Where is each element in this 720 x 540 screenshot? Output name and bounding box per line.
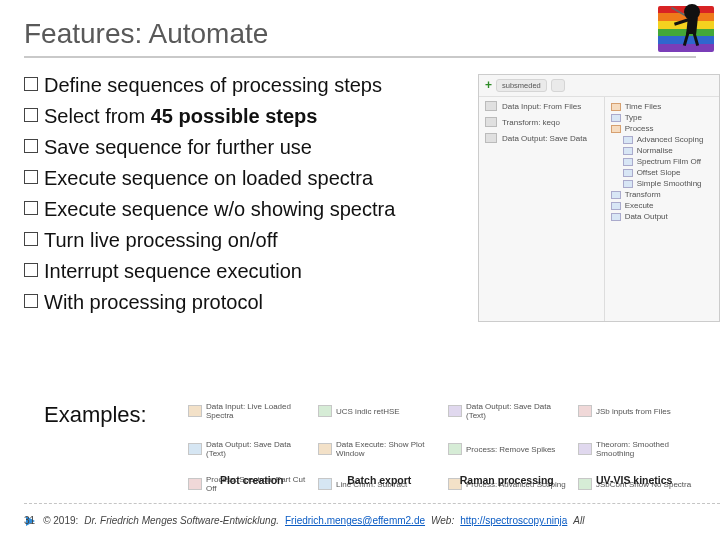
checkbox-icon [24, 108, 38, 122]
tab-chip: subsmeded [496, 79, 547, 92]
checkbox-icon [24, 139, 38, 153]
sequence-steps-pane: Data Input: From Files Transform: keqo D… [479, 97, 604, 321]
item-icon [623, 147, 633, 155]
bullet-text: Execute sequence w/o showing spectra [44, 194, 395, 225]
item-icon [623, 180, 633, 188]
item-icon [623, 169, 633, 177]
bullet-text: Select from 45 possible steps [44, 101, 317, 132]
bullet-text: Define sequences of processing steps [44, 70, 382, 101]
page-title: Features: Automate [24, 18, 696, 58]
checkbox-icon [24, 77, 38, 91]
caption: Plot creation [188, 474, 316, 486]
bullet-text: Interrupt sequence execution [44, 256, 302, 287]
step-icon [448, 443, 462, 455]
step-icon [318, 405, 332, 417]
bullet-text: With processing protocol [44, 287, 263, 318]
checkbox-icon [24, 294, 38, 308]
bullet-text: Save sequence for further use [44, 132, 312, 163]
caption: UV-VIS kinetics [571, 474, 699, 486]
checkbox-icon [24, 170, 38, 184]
step-icon [318, 443, 332, 455]
add-icon: + [485, 79, 492, 92]
step-icon [188, 443, 202, 455]
copyright-text: © 2019: [43, 515, 78, 526]
checkbox-icon [24, 232, 38, 246]
step-icon [448, 405, 462, 417]
caption: Raman processing [443, 474, 571, 486]
step-palette-tree: Time Files Type Process Advanced Scoping… [604, 97, 719, 321]
checkbox-icon [24, 263, 38, 277]
footer-divider [24, 503, 720, 504]
folder-icon [611, 103, 621, 111]
item-icon [623, 136, 633, 144]
author-text: Dr. Friedrich Menges Software-Entwicklun… [84, 515, 279, 526]
step-icon [485, 133, 497, 143]
web-label: Web: [431, 515, 454, 526]
step-icon [578, 443, 592, 455]
slide-number: 31 [24, 515, 35, 526]
checkbox-icon [24, 201, 38, 215]
folder-icon [611, 202, 621, 210]
example-captions-row: Plot creation Batch export Raman process… [188, 474, 698, 486]
step-icon [578, 405, 592, 417]
examples-heading: Examples: [44, 402, 147, 428]
folder-icon [611, 213, 621, 221]
automation-dialog-screenshot: + subsmeded Data Input: From Files Trans… [478, 74, 720, 322]
step-icon [485, 117, 497, 127]
step-icon [485, 101, 497, 111]
tab-chip [551, 79, 565, 92]
folder-icon [611, 114, 621, 122]
trailing-text: All [573, 515, 584, 526]
website-link[interactable]: http://spectroscopy.ninja [460, 515, 567, 526]
slide-footer: 31 © 2019: Dr. Friedrich Menges Software… [24, 515, 720, 526]
item-icon [623, 158, 633, 166]
step-icon [188, 405, 202, 417]
bullet-text: Execute sequence on loaded spectra [44, 163, 373, 194]
ninja-rainbow-logo [658, 6, 714, 52]
caption: Batch export [316, 474, 444, 486]
example-sequences-grid: Data Input: Live Loaded Spectra UCS indi… [188, 394, 698, 466]
folder-icon [611, 125, 621, 133]
bullet-text: Turn live processing on/off [44, 225, 277, 256]
email-link[interactable]: Friedrich.menges@effemm2.de [285, 515, 425, 526]
folder-icon [611, 191, 621, 199]
